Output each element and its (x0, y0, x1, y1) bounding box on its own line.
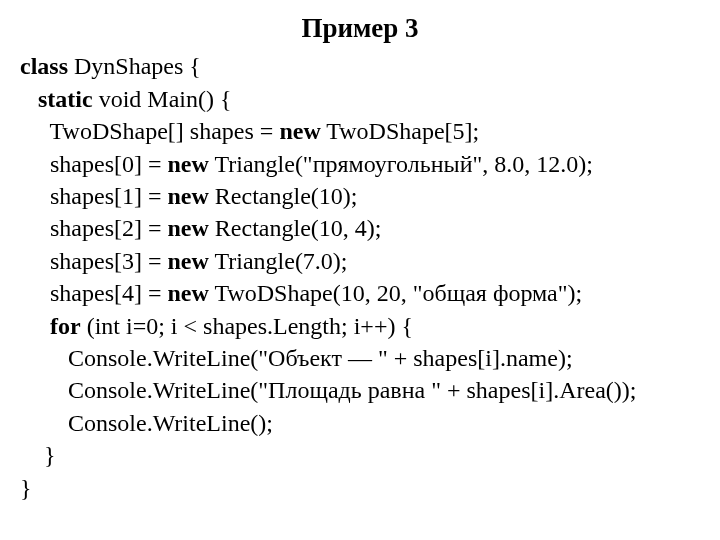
kw-for: for (50, 313, 81, 339)
kw-new: new (168, 215, 209, 241)
code-text: DynShapes { (68, 53, 201, 79)
code-text: shapes[2] = (20, 215, 168, 241)
code-text: Console.WriteLine("Площадь равна " + sha… (20, 377, 636, 403)
kw-new: new (168, 183, 209, 209)
code-text: (int i=0; i < shapes.Length; i++) { (81, 313, 413, 339)
code-text: Console.WriteLine(); (20, 410, 273, 436)
kw-new: new (279, 118, 320, 144)
code-text: Triangle("прямоугольный", 8.0, 12.0); (209, 151, 593, 177)
code-text: shapes[0] = (20, 151, 168, 177)
code-text: Console.WriteLine("Объект — " + shapes[i… (20, 345, 573, 371)
code-text: Rectangle(10); (209, 183, 358, 209)
kw-class: class (20, 53, 68, 79)
code-text: TwoDShape(10, 20, "общая форма"); (209, 280, 582, 306)
code-text: TwoDShape[5]; (321, 118, 480, 144)
code-text: Triangle(7.0); (209, 248, 348, 274)
slide-title: Пример 3 (20, 10, 700, 46)
kw-new: new (168, 280, 209, 306)
kw-new: new (168, 151, 209, 177)
code-text: void Main() { (93, 86, 232, 112)
code-text: shapes[3] = (20, 248, 168, 274)
code-text (20, 86, 38, 112)
kw-new: new (168, 248, 209, 274)
kw-static: static (38, 86, 93, 112)
code-block: class DynShapes { static void Main() { T… (20, 50, 700, 503)
code-text: } (20, 442, 56, 468)
code-text: } (20, 475, 32, 501)
code-text: shapes[1] = (20, 183, 168, 209)
code-text: TwoDShape[] shapes = (20, 118, 279, 144)
code-text (20, 313, 50, 339)
code-text: shapes[4] = (20, 280, 168, 306)
code-text: Rectangle(10, 4); (209, 215, 382, 241)
